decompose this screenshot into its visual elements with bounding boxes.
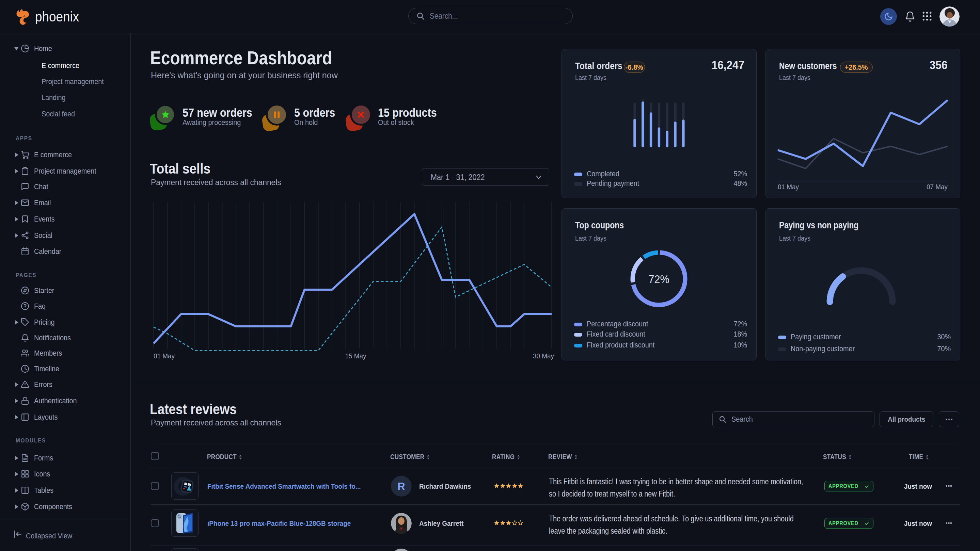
svg-text:R: R bbox=[398, 481, 405, 492]
